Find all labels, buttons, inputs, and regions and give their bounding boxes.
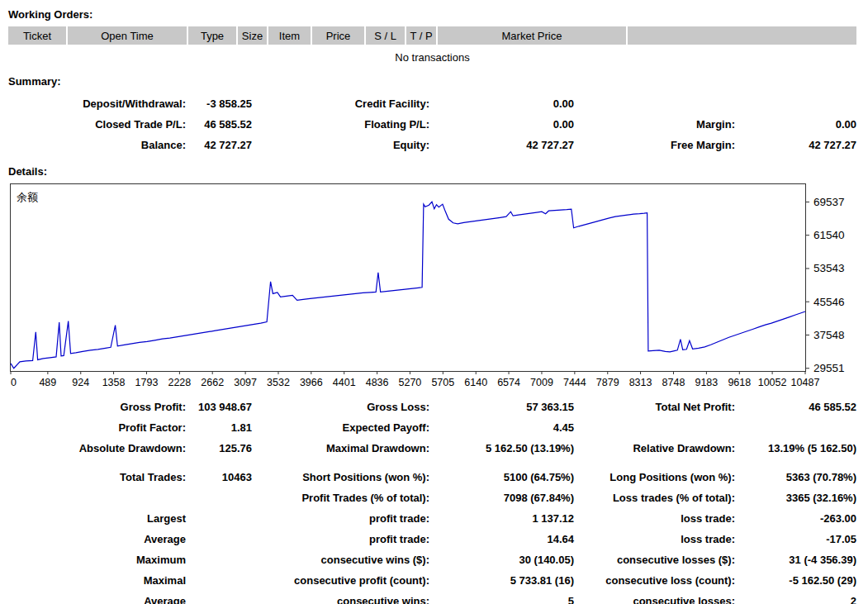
summary-label: Equity: [252,139,429,151]
summary-value: 0.00 [429,118,574,131]
stat-label: Total Trades: [8,471,186,483]
x-tick-label: 4836 [366,377,389,388]
stat-row: Profit Factor:1.81Expected Payoff:4.45 [8,417,856,438]
summary-title: Summary: [8,75,856,88]
y-tick-label: 69537 [813,196,845,208]
summary-value: 42 727.27 [735,139,856,151]
stat-label: Profit Trades (% of total): [252,492,429,504]
stat-label: Maximal Drawdown: [252,442,429,454]
balance-chart: 2955137548455465354361540695370489924135… [8,183,860,392]
balance-chart-svg: 2955137548455465354361540695370489924135… [8,183,860,392]
summary-value: 42 727.27 [429,139,574,151]
stat-label: Largest [8,512,186,525]
stat-value: 125.76 [186,442,252,454]
summary-label: Deposit/Withdrawal: [8,97,186,110]
summary-label: Margin: [574,118,735,131]
x-tick-label: 7444 [563,377,586,388]
wo-column-price: Price [312,26,366,45]
wo-column-size: Size [238,26,268,45]
stat-label: profit trade: [252,512,429,525]
x-tick-label: 7879 [596,377,619,388]
x-tick-label: 10487 [791,377,820,388]
stat-value: 4.45 [429,421,574,434]
stat-value: 1 137.12 [429,512,574,525]
stat-label: consecutive losses: [574,595,735,604]
stat-label: Maximal [8,574,186,587]
stat-value: 5363 (70.78%) [735,471,856,483]
summary-value: 0.00 [735,118,856,131]
x-tick-label: 5705 [431,377,454,388]
x-tick-label: 8313 [629,377,652,388]
x-tick-label: 6140 [464,377,487,388]
stat-label: Maximum [8,554,186,566]
stat-value: 57 363.15 [429,401,574,413]
summary-label: Free Margin: [574,139,735,151]
stat-label: Short Positions (won %): [252,471,429,483]
x-tick-label: 10052 [758,377,787,388]
wo-column-item: Item [268,26,312,45]
y-tick-label: 29551 [813,362,845,374]
summary-label: Credit Facility: [252,97,429,110]
y-tick-label: 45546 [813,296,845,308]
stat-value: 7098 (67.84%) [429,492,574,504]
y-tick-label: 53543 [813,262,845,274]
stat-row: Profit Trades (% of total):7098 (67.84%)… [8,487,856,508]
x-tick-label: 9618 [728,377,751,388]
stat-label: consecutive wins ($): [252,554,429,566]
stat-label: Relative Drawdown: [574,442,735,454]
x-tick-label: 7009 [530,377,553,388]
details-title: Details: [8,165,856,178]
y-tick-label: 61540 [813,229,845,241]
stat-label: Expected Payoff: [252,421,429,434]
x-tick-label: 2228 [168,377,191,388]
x-tick-label: 5270 [399,377,422,388]
statistics-table: Gross Profit:103 948.67Gross Loss:57 363… [8,397,856,604]
stat-value: 14.64 [429,533,574,545]
stat-spacer [8,459,856,467]
stat-row: Maximumconsecutive wins ($):30 (140.05)c… [8,549,856,570]
stat-label: Average [8,595,186,604]
stat-value: 5 162.50 (13.19%) [429,442,574,454]
no-transactions-message: No transactions [8,51,856,64]
stat-label: Average [8,533,186,545]
wo-column-filler [628,26,856,45]
stat-value: 3365 (32.16%) [735,492,856,504]
summary-value: 42 727.27 [186,139,252,151]
wo-column-ticket: Ticket [8,26,68,45]
x-tick-label: 3532 [267,377,290,388]
working-orders-title: Working Orders: [8,8,856,21]
working-orders-header-row: TicketOpen TimeTypeSizeItemPriceS / LT /… [8,26,856,45]
x-tick-label: 6574 [497,377,520,388]
stat-value: 5 733.81 (16) [429,574,574,587]
summary-label: Balance: [8,139,186,151]
summary-row: Closed Trade P/L:46 585.52Floating P/L:0… [8,114,856,135]
wo-column-open-time: Open Time [68,26,188,45]
x-tick-label: 3966 [300,377,323,388]
stat-label: Absolute Drawdown: [8,442,186,454]
stat-label: consecutive profit (count): [252,574,429,587]
stat-row: Total Trades:10463Short Positions (won %… [8,467,856,487]
x-tick-label: 8748 [662,377,685,388]
summary-table: Deposit/Withdrawal:-3 858.25Credit Facil… [8,93,856,155]
stat-label: consecutive wins: [252,595,429,604]
y-tick-label: 37548 [813,329,845,341]
stat-value: 103 948.67 [186,401,252,413]
wo-column-type: Type [188,26,238,45]
summary-value: 0.00 [429,97,574,110]
x-tick-label: 489 [39,377,56,388]
stat-label: Loss trades (% of total): [574,492,735,504]
stat-label: Gross Loss: [252,401,429,413]
stat-label: profit trade: [252,533,429,545]
chart-series-label: 余额 [17,190,38,205]
stat-label: loss trade: [574,512,735,525]
x-tick-label: 1358 [102,377,126,388]
chart-plot-border [11,184,806,372]
stat-row: Maximalconsecutive profit (count):5 733.… [8,570,856,591]
summary-value: -3 858.25 [186,97,252,110]
stat-value: 5 [429,595,574,604]
summary-row: Deposit/Withdrawal:-3 858.25Credit Facil… [8,93,856,114]
summary-label: Closed Trade P/L: [8,118,186,131]
stat-value: 46 585.52 [735,401,856,413]
stat-label: Total Net Profit: [574,401,735,413]
stat-label: Long Positions (won %): [574,471,735,483]
